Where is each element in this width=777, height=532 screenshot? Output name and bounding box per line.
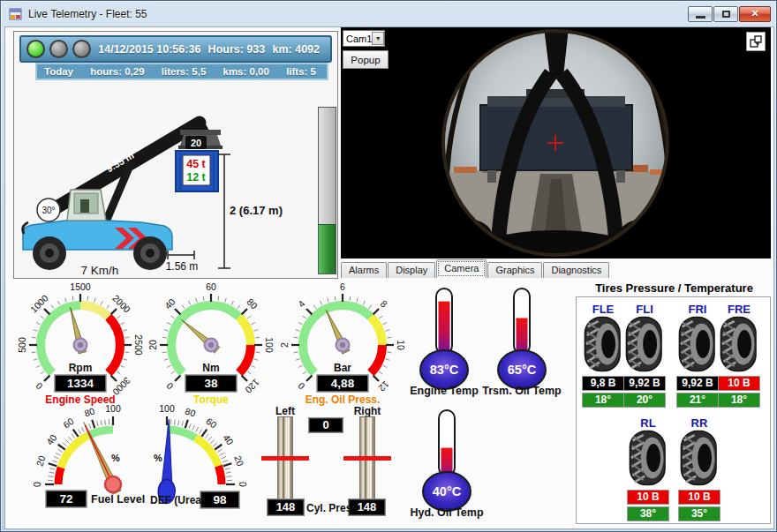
svg-text:0: 0 bbox=[238, 482, 248, 487]
tire-FLE: FLE9,8 B18° bbox=[582, 303, 624, 408]
maximize-button[interactable] bbox=[713, 6, 738, 22]
status-light-2 bbox=[49, 40, 68, 58]
svg-text:100: 100 bbox=[159, 405, 175, 414]
status-lights bbox=[26, 40, 91, 58]
today-kms: kms: 0,00 bbox=[223, 66, 268, 77]
eng-oil-press-gauge: 024681012Bar4,88Eng. Oil Press. bbox=[276, 281, 409, 414]
engine-speed-value: 1334 bbox=[67, 377, 94, 390]
status-bar: 14/12/2015 10:56:36 Hours: 933 km: 4092 bbox=[19, 35, 332, 63]
svg-text:8: 8 bbox=[378, 298, 389, 310]
title-bar[interactable]: Live Telemetry - Fleet: 55 ✕ bbox=[1, 1, 776, 26]
engine-speed-caption: Engine Speed bbox=[45, 393, 115, 406]
tire-position-label: FLE bbox=[582, 303, 624, 316]
def-urea-value: 98 bbox=[213, 493, 227, 506]
today-hours: hours: 0,29 bbox=[90, 66, 144, 77]
svg-text:500: 500 bbox=[17, 337, 27, 353]
svg-text:80: 80 bbox=[184, 405, 197, 418]
tire-pressure-value: 10 B bbox=[718, 376, 760, 391]
boom-level-bar bbox=[318, 107, 336, 274]
tire-image bbox=[719, 316, 759, 372]
boom-level-fill bbox=[319, 224, 336, 273]
front-wheel bbox=[33, 236, 66, 270]
tire-temp-value: 18° bbox=[582, 393, 624, 408]
tire-temp-value: 35° bbox=[678, 506, 720, 521]
close-icon: ✕ bbox=[751, 8, 758, 19]
status-light-1 bbox=[26, 40, 45, 58]
rear-wheel bbox=[133, 236, 167, 270]
torque-unit: Nm bbox=[202, 362, 219, 374]
def-urea-caption: DEF (Urea) bbox=[150, 494, 205, 506]
hyd-oil-temp-caption: Hyd. Oil Temp bbox=[410, 506, 483, 519]
minimize-button[interactable] bbox=[688, 6, 713, 22]
eng-oil-press-value: 4,88 bbox=[331, 377, 355, 390]
cyl-left-marker bbox=[261, 456, 309, 461]
tire-RR: RR10 B35° bbox=[678, 416, 720, 521]
svg-text:6: 6 bbox=[340, 281, 345, 292]
fuel-level-gauge: 020406080100%72Fuel Level bbox=[14, 405, 154, 529]
tire-image bbox=[679, 430, 720, 486]
trsm-oil-temp-caption: Trsm. Oil Temp bbox=[482, 385, 562, 397]
eng-oil-press-caption: Eng. Oil Press. bbox=[306, 393, 381, 406]
tire-FRI: FRI9,92 B21° bbox=[676, 303, 719, 408]
tab-graphics[interactable]: Graphics bbox=[487, 262, 542, 278]
window-title: Live Telemetry - Fleet: 55 bbox=[28, 8, 147, 20]
telemetry-panel: 14/12/2015 10:56:36 Hours: 933 km: 4092 … bbox=[13, 31, 338, 279]
tire-temp-value: 21° bbox=[676, 393, 719, 408]
chevron-down-icon[interactable]: ▼ bbox=[372, 32, 384, 45]
svg-text:40: 40 bbox=[221, 432, 236, 447]
svg-text:20: 20 bbox=[232, 454, 245, 468]
maximize-icon bbox=[722, 11, 730, 18]
boom-angle-label: 30° bbox=[41, 206, 55, 215]
tires-panel: Tires Pressure / Temperature FLE9,8 B18°… bbox=[576, 281, 773, 524]
cyl-left-label: Left bbox=[266, 405, 305, 417]
tab-diagnostics[interactable]: Diagnostics bbox=[543, 262, 609, 278]
tab-alarms[interactable]: Alarms bbox=[341, 262, 387, 278]
fuel-level-caption: Fuel Level bbox=[91, 493, 145, 506]
tire-temp-value: 18° bbox=[718, 393, 760, 408]
km-total-label: km: 4092 bbox=[272, 43, 320, 56]
tire-pressure-value: 9,92 B bbox=[676, 376, 719, 391]
svg-text:100: 100 bbox=[264, 337, 275, 353]
datetime-label: 14/12/2015 10:56:36 bbox=[98, 43, 200, 56]
tire-temp-value: 20° bbox=[623, 393, 666, 408]
tire-pressure-value: 10 B bbox=[678, 490, 720, 505]
app-icon bbox=[9, 7, 23, 21]
fuel-level-value: 72 bbox=[59, 492, 72, 506]
engine-temp-value: 83°C bbox=[430, 363, 459, 377]
svg-text:0: 0 bbox=[34, 380, 45, 392]
app-window: Live Telemetry - Fleet: 55 ✕ 14/12/2015 … bbox=[0, 0, 777, 532]
engine-temp-caption: Engine Temp bbox=[410, 385, 479, 397]
cyl-left-value: 148 bbox=[267, 498, 305, 516]
today-status-bar: Today hours: 0,29 liters: 5,5 kms: 0,00 … bbox=[35, 63, 328, 80]
svg-text:80: 80 bbox=[83, 405, 96, 418]
hyd-oil-temp-value: 40°C bbox=[433, 484, 462, 498]
svg-text:40: 40 bbox=[44, 432, 59, 447]
close-button[interactable]: ✕ bbox=[739, 6, 771, 22]
svg-text:1500: 1500 bbox=[70, 281, 91, 292]
torque-gauge: 020406080100120Nm38Torque bbox=[145, 281, 277, 414]
svg-text:60: 60 bbox=[204, 416, 219, 431]
tire-pressure-value: 9,92 B bbox=[623, 376, 666, 391]
camera-view bbox=[341, 27, 771, 259]
tire-position-label: FLI bbox=[623, 303, 666, 316]
popup-button[interactable]: Popup bbox=[343, 50, 388, 69]
fuel-level-unit: % bbox=[111, 453, 120, 463]
tab-camera[interactable]: Camera bbox=[436, 259, 487, 278]
cyl-press-group: Left Right 0 148 148 Cyl. Press bbox=[263, 405, 401, 521]
svg-text:20: 20 bbox=[147, 340, 158, 350]
today-liters: liters: 5,5 bbox=[162, 66, 207, 77]
tire-pressure-value: 9,8 B bbox=[582, 376, 624, 391]
camera-selector[interactable]: Cam1 ▼ bbox=[343, 30, 385, 47]
cyl-right-marker bbox=[343, 456, 391, 461]
tab-display[interactable]: Display bbox=[388, 262, 435, 278]
distance-measure bbox=[168, 251, 194, 259]
svg-text:60: 60 bbox=[61, 416, 76, 431]
engine-speed-unit: Rpm bbox=[69, 362, 93, 374]
svg-text:0: 0 bbox=[164, 380, 176, 392]
popout-button[interactable] bbox=[746, 32, 766, 51]
today-lifts: lifts: 5 bbox=[286, 66, 316, 77]
tire-pressure-value: 10 B bbox=[627, 490, 669, 505]
svg-text:4: 4 bbox=[296, 298, 307, 310]
reachstacker-diagram: 9.55 m 30° bbox=[16, 80, 316, 278]
trsm-oil-temp-value: 65°C bbox=[508, 363, 537, 377]
